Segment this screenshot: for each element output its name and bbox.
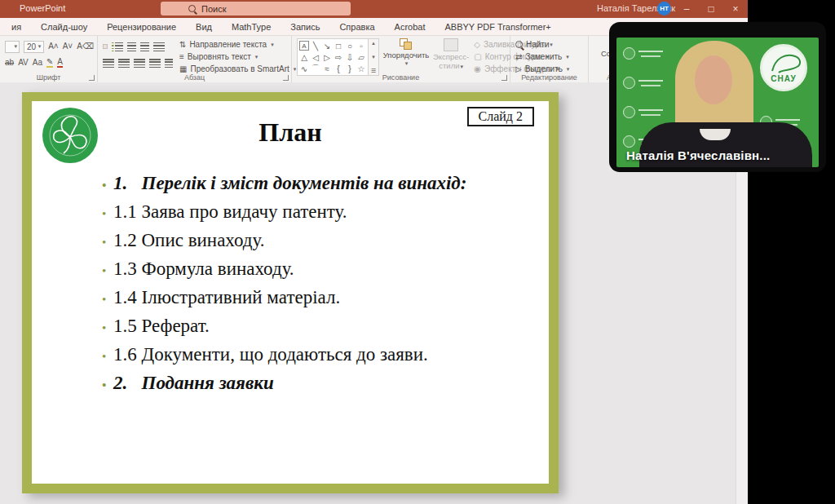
search-input[interactable]: Поиск: [161, 2, 351, 15]
font-group: ▾ 20 ▾ A˄ A˅ A⌫ ab AV Aa ✎ А Шрифт: [0, 36, 98, 82]
arrange-button[interactable]: Упорядочить ▾: [384, 38, 428, 67]
slide-item-text: 1.5 Реферат.: [113, 316, 210, 337]
align-right-icon[interactable]: [134, 59, 145, 68]
slide-item-text: 1.3 Формула винаходу.: [113, 259, 294, 280]
change-case-icon[interactable]: Aa: [33, 59, 42, 67]
minimize-button[interactable]: –: [674, 0, 699, 18]
close-button[interactable]: ×: [723, 0, 748, 18]
tab-ия[interactable]: ия: [2, 18, 31, 36]
shape-icon[interactable]: }: [344, 63, 356, 74]
drawing-group-label: Рисование: [292, 73, 510, 82]
avatar[interactable]: НТ: [657, 2, 671, 15]
paragraph-dialog-launcher-icon[interactable]: [283, 75, 289, 81]
participant-name: Наталія В'ячеславівн...: [626, 148, 770, 162]
shape-icon[interactable]: ↘: [321, 40, 333, 51]
shape-icon[interactable]: A: [299, 41, 309, 51]
bullet-icon: •: [102, 378, 113, 392]
slide-item-text: 1. Перелік і зміст документів на винахід…: [113, 173, 466, 194]
bullet-icon: •: [102, 293, 113, 307]
replace-button[interactable]: ⇄ Заменить ▾: [515, 51, 585, 63]
webcam-video: СНАУ Наталія В'ячеславівн...: [616, 38, 819, 167]
gallery-up-icon[interactable]: ▴: [372, 40, 375, 46]
slide-list-item: •2. Подання заявки: [102, 373, 532, 401]
font-name-combo[interactable]: ▾: [5, 41, 20, 53]
gallery-down-icon[interactable]: ▾: [372, 54, 375, 60]
font-dialog-launcher-icon[interactable]: [89, 75, 95, 81]
bullet-icon: •: [102, 321, 113, 335]
decrease-indent-icon[interactable]: [127, 42, 136, 51]
webcam-overlay[interactable]: СНАУ Наталія В'ячеславівн...: [609, 22, 826, 172]
tab-Вид[interactable]: Вид: [186, 18, 222, 36]
highlight-icon[interactable]: ✎: [46, 58, 53, 68]
app-title: PowerPoint: [20, 3, 65, 13]
screen: PowerPoint Поиск Наталія Тарельник НТ – …: [0, 0, 835, 504]
char-spacing-icon[interactable]: AV: [18, 59, 29, 67]
paragraph-group: ⇅ Направление текста ▾ ≡ Выровнять текст…: [98, 36, 292, 82]
shape-icon[interactable]: □: [333, 40, 344, 51]
select-icon: ▷: [515, 65, 522, 73]
slide-list-item: •1.4 Ілюстративний матеріал.: [102, 287, 532, 316]
shape-icon[interactable]: ≈: [321, 63, 333, 74]
shape-icon[interactable]: △: [298, 51, 310, 63]
snau-badge: СНАУ: [760, 44, 807, 91]
shape-icon[interactable]: ▱: [356, 51, 367, 63]
slide-item-text: 1.2 Опис винаходу.: [113, 230, 264, 251]
search-icon: [188, 5, 196, 12]
bullets-button[interactable]: [103, 44, 108, 49]
slide-item-text: 1.1 Заява про видачу патенту.: [113, 201, 347, 223]
decrease-font-icon[interactable]: A˅: [63, 42, 73, 51]
editing-group-label: Редактирование: [510, 73, 588, 82]
shape-icon[interactable]: ⌒: [310, 63, 321, 74]
backdrop-logo: [623, 77, 663, 89]
shape-icon[interactable]: ⇩: [344, 51, 356, 63]
tab-Запись[interactable]: Запись: [281, 18, 329, 36]
shape-icon[interactable]: {: [333, 63, 344, 74]
slide-list: •1. Перелік і зміст документів на винахі…: [102, 173, 532, 401]
slide[interactable]: План Слайд 2 •1. Перелік і зміст докумен…: [22, 92, 559, 493]
tab-Acrobat[interactable]: Acrobat: [385, 18, 435, 36]
shape-icon[interactable]: ▫: [356, 40, 367, 51]
clear-format-icon[interactable]: A⌫: [77, 42, 94, 51]
maximize-button[interactable]: □: [699, 0, 723, 18]
align-text-button[interactable]: ≡ Выровнять текст ▾: [179, 51, 296, 63]
quick-styles-icon: [444, 38, 458, 51]
shape-icon[interactable]: ▷: [321, 51, 333, 63]
text-direction-button[interactable]: ⇅ Направление текста ▾: [179, 38, 296, 51]
tab-ABBYY PDF Transformer+[interactable]: ABBYY PDF Transformer+: [435, 18, 560, 36]
align-left-icon[interactable]: [103, 59, 114, 68]
search-placeholder: Поиск: [201, 4, 226, 14]
columns-icon[interactable]: [165, 59, 173, 68]
shape-icon[interactable]: ◁: [310, 51, 321, 63]
shape-icon[interactable]: ⇨: [333, 51, 344, 63]
tab-MathType[interactable]: MathType: [222, 18, 281, 36]
slide-inner: План Слайд 2 •1. Перелік і зміст докумен…: [32, 101, 549, 484]
font-size-combo[interactable]: 20 ▾: [24, 41, 44, 53]
shape-icon[interactable]: ╲: [310, 40, 321, 51]
slide-item-text: 2. Подання заявки: [113, 373, 274, 394]
font-size-value: 20: [27, 42, 36, 51]
editing-group: Найти ⇄ Заменить ▾ ▷ Выделить ▾ Редактир…: [510, 36, 589, 82]
slide-list-item: •1.3 Формула винаходу.: [102, 259, 532, 287]
font-color-icon[interactable]: А: [57, 58, 63, 68]
drawing-group: A╲↘□○▫△◁▷⇨⇩▱∿⌒≈{}☆ ▴ ▾ ☰ Упорядочить ▾: [292, 36, 510, 82]
increase-font-icon[interactable]: A˄: [48, 42, 59, 51]
tab-Рецензирование[interactable]: Рецензирование: [97, 18, 186, 36]
justify-icon[interactable]: [149, 59, 161, 68]
drawing-dialog-launcher-icon[interactable]: [501, 75, 507, 81]
speaker-face: [695, 55, 732, 104]
tab-Слайд-шоу[interactable]: Слайд-шоу: [31, 18, 97, 36]
increase-indent-icon[interactable]: [140, 42, 149, 51]
slide-item-text: 1.4 Ілюстративний матеріал.: [113, 287, 340, 308]
find-button[interactable]: Найти: [515, 38, 585, 51]
numbering-icon[interactable]: [112, 42, 123, 51]
strikethrough-icon[interactable]: ab: [5, 59, 14, 67]
shape-icon[interactable]: ☆: [356, 63, 367, 74]
shape-icon[interactable]: ∿: [298, 63, 310, 74]
shape-icon[interactable]: ○: [344, 40, 356, 51]
line-spacing-icon[interactable]: [153, 42, 165, 51]
align-center-icon[interactable]: [118, 59, 130, 68]
vertical-scrollbar[interactable]: ▾ ▴ ▾: [736, 165, 748, 504]
quick-styles-button[interactable]: Экспресс- стили▾: [433, 38, 469, 71]
shape-gallery-scroll[interactable]: ▴ ▾ ☰: [369, 38, 379, 76]
tab-Справка[interactable]: Справка: [329, 18, 384, 36]
